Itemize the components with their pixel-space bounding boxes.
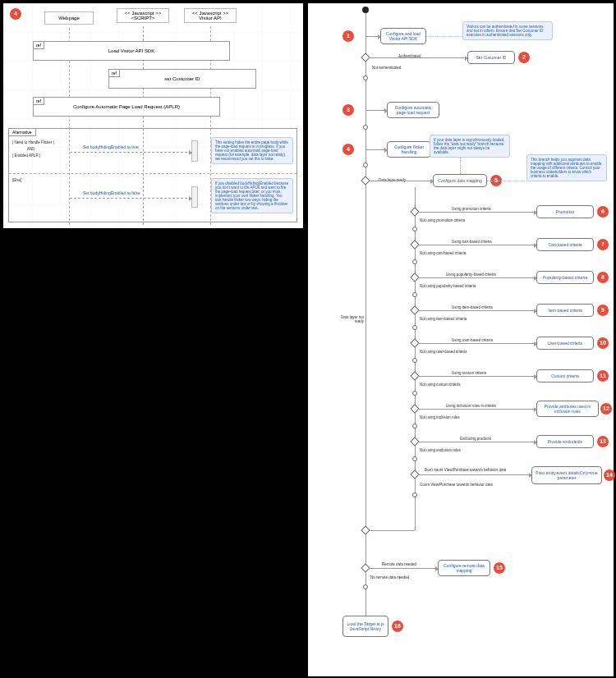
edge-6-no: Not using promotion criteria [420, 218, 465, 222]
merge-after-auth [363, 76, 368, 80]
ref-load-sdk-label: Load Visitor API SDK [34, 48, 229, 53]
dot-after-4 [363, 163, 368, 167]
node-configure-flicker[interactable]: Configure flicker handling [387, 141, 431, 158]
exec-bar-2 [191, 186, 198, 208]
edge-7-yes: Using cart-based criteria [452, 240, 492, 244]
badge-1: 1 [342, 30, 354, 42]
edge-7-no: Not using cart-based criteria [420, 251, 466, 255]
merge-12 [412, 424, 417, 428]
alt-cond3: [ Enabled APLR ] [12, 153, 40, 158]
ref-load-sdk: ref Load Visitor API SDK [33, 41, 230, 61]
node-configure-visitor-api[interactable]: Configure and load Visitor API SDK [380, 28, 426, 44]
badge-11: 11 [597, 370, 609, 382]
msg-set-true [70, 152, 191, 153]
edge-11 [418, 376, 536, 377]
edge-to-2 [369, 57, 467, 58]
node-cart-based[interactable]: Cart-based criteria [536, 238, 594, 251]
edge-9 [418, 310, 536, 311]
edge-14-yes: Don't count View/Purchase towards behavi… [425, 468, 506, 472]
node-exclude-ids[interactable]: Provide excludeIds [536, 435, 594, 448]
rejoin-h [365, 530, 415, 531]
col-visitor-api: << Javascript >> Visitor API [184, 8, 237, 23]
rejoin-v [415, 496, 416, 530]
ref-set-customer-id-label: set Customer ID [109, 76, 255, 81]
node-set-customer-id[interactable]: Set Customer ID [467, 51, 515, 64]
edge-to-4 [365, 149, 387, 150]
edge-to-15 [369, 568, 438, 569]
node-custom-criteria[interactable]: Custom criteria [536, 369, 594, 383]
merge-10 [412, 358, 417, 363]
merge-data-layer [361, 525, 370, 534]
edge-13-yes: Excluding products [460, 437, 491, 441]
badge-13: 13 [597, 436, 609, 447]
edge-7 [418, 245, 536, 245]
edge-to-3 [365, 110, 387, 111]
msg-set-true-label: Set bodyHidingEnabled to true [83, 144, 139, 149]
node-configure-aplr[interactable]: Configure automatic page-load request [387, 102, 439, 118]
note-augment-mapping: This branch helps you augment data mappi… [526, 154, 607, 181]
edge-8 [418, 277, 536, 278]
edge-9-no: Not using item-based criteria [420, 317, 467, 321]
flow-diagram-panel: Configure and load Visitor API SDK 1 Vis… [308, 3, 614, 676]
ref-configure-aplr-label: Configure Automatic Page Load Request (A… [34, 104, 219, 109]
badge-15: 15 [494, 562, 505, 574]
badge-8: 8 [597, 272, 609, 283]
node-promotion[interactable]: Promotion [536, 205, 594, 218]
node-configure-data-mapping[interactable]: Configure data mapping [433, 174, 487, 187]
node-user-based[interactable]: User-based criteria [536, 337, 594, 350]
merge-8 [412, 292, 417, 297]
edge-12 [418, 409, 536, 410]
alt-tab: Alternative [8, 128, 36, 136]
badge-4-left: 4 [10, 8, 21, 20]
msg-set-false-label: Set bodyHidingEnabled to false [83, 190, 140, 195]
node-item-based[interactable]: Item-based criteria [536, 304, 594, 317]
edge-11-yes: Using custom criteria [452, 371, 486, 375]
note-body-hiding-false: If you disabled bodyHiding(Enabled becau… [211, 178, 293, 213]
edge-to-5 [369, 181, 433, 181]
badge-2: 2 [518, 52, 530, 63]
main-flowline [365, 10, 366, 632]
ref-set-customer-id: ref set Customer ID [108, 69, 256, 89]
dot-after-3 [363, 125, 368, 130]
node-popularity-based[interactable]: Popularity-based criteria [536, 271, 594, 284]
alt-divider [9, 173, 297, 174]
col-webpage: Webpage [44, 11, 94, 25]
edge-14 [418, 474, 531, 475]
merge-7 [412, 259, 417, 264]
node-details-only[interactable]: Pass entity.event.detailsOnly=true param… [531, 466, 602, 484]
note5-left-connector [460, 158, 461, 174]
col-script: << Javascript >> <SCRIPT> [117, 8, 169, 23]
note-authentication: Visitors can be authenticated in some se… [462, 21, 553, 40]
edge-10 [418, 343, 536, 344]
badge-6: 6 [597, 206, 609, 218]
edge-12-yes: Using inclusion rules in criteria [446, 404, 496, 408]
edge-6-yes: Using promotion criteria [452, 207, 491, 211]
badge-10: 10 [597, 337, 609, 349]
edge-15-no: No remote data needed [370, 575, 409, 580]
badge-7: 7 [597, 239, 609, 250]
merge-6 [412, 227, 417, 231]
node-remote-data-mapping[interactable]: Configure remote data mapping [438, 560, 490, 576]
msg-set-false [70, 198, 191, 199]
alt-fragment: Alternative [ Need to Handle Flicker ] A… [8, 128, 297, 222]
edge-14-no: Count View/Purchase towards behavior dat… [420, 483, 493, 487]
node-load-atjs[interactable]: Load the Target at.js JavaScript library [342, 616, 388, 637]
badge-3: 3 [342, 104, 354, 116]
edge-9-yes: Using item-based criteria [452, 305, 493, 309]
exec-bar-1 [191, 140, 198, 162]
label-data-not-ready: Data layer not ready [334, 315, 364, 323]
alt-cond2: AND [27, 147, 35, 151]
alt-else: [Else] [12, 178, 21, 182]
merge-11 [412, 391, 417, 396]
node-inclusion-rules[interactable]: Provide attributes used in inclusion rul… [536, 401, 599, 417]
edge-13 [418, 442, 536, 442]
sequence-diagram-panel: 4 Webpage << Javascript >> <SCRIPT> << J… [3, 3, 303, 228]
note5-right-connector [487, 181, 526, 181]
edge-8-no: Not using popularity-based criteria [420, 284, 476, 288]
ref-configure-aplr: ref Configure Automatic Page Load Reques… [33, 97, 220, 117]
edge-12-no: Not using inclusion rules [420, 415, 460, 419]
badge-9: 9 [597, 305, 609, 316]
edge-11-no: Not using custom criteria [420, 383, 461, 387]
note-body-hiding-true: This setting hides the entire page body … [211, 137, 293, 164]
edge-6 [418, 212, 536, 213]
